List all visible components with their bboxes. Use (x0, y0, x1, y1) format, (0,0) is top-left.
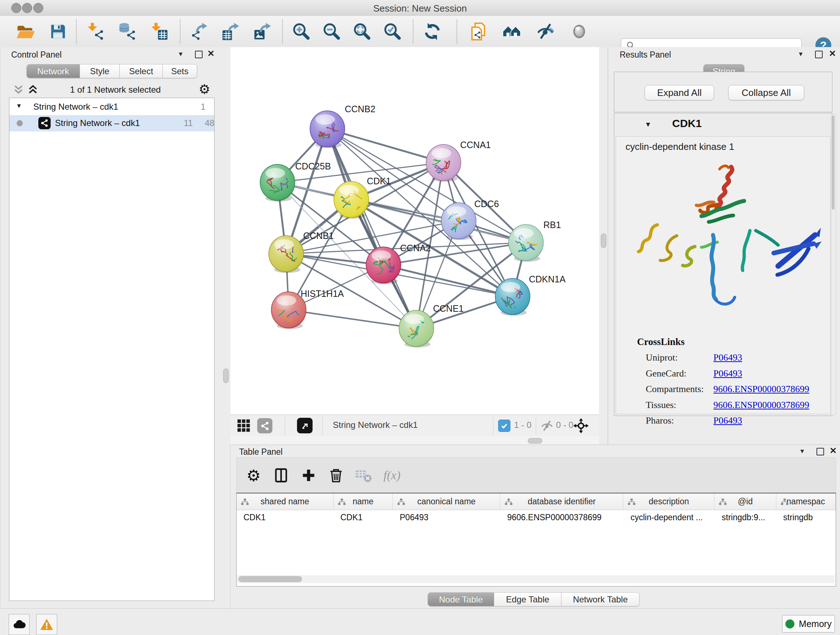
tab-network-table[interactable]: Network Table (561, 592, 639, 606)
node-CDK1[interactable] (334, 181, 369, 222)
crosslink-value-link[interactable]: 9606.ENSP00000378699 (714, 384, 809, 394)
network-row[interactable]: String Network – cdk1 11 48 (9, 115, 214, 131)
crosslink-value-link[interactable]: P06493 (714, 415, 742, 426)
import-network-button[interactable] (85, 21, 106, 42)
table-cell[interactable]: CDK1 (333, 510, 393, 524)
node-CCNE1[interactable] (393, 310, 434, 348)
hidden-eye-icon[interactable] (540, 419, 554, 432)
splitter-handle[interactable] (528, 438, 542, 443)
gear-icon[interactable]: ⚙ (199, 82, 210, 97)
create-column-button[interactable] (298, 465, 319, 486)
vertical-splitter[interactable] (599, 47, 608, 445)
collapse-section-icon[interactable]: ▼ (645, 120, 652, 128)
table-settings-button[interactable]: ⚙ (243, 465, 264, 486)
crosslink-value-link[interactable]: 9606.ENSP00000378699 (714, 400, 809, 410)
node-CDC25B[interactable] (260, 165, 295, 202)
table-cell[interactable]: stringdb (776, 510, 836, 524)
import-network-from-database-button[interactable] (117, 21, 137, 42)
network-collection-row[interactable]: ▼ String Network – cdk1 1 (9, 99, 214, 115)
tab-style[interactable]: Style (80, 64, 120, 78)
export-network-button[interactable] (189, 21, 210, 42)
delete-column-button[interactable] (325, 465, 347, 486)
table-cell[interactable]: 9606.ENSP00000378699 (500, 510, 624, 524)
edge-HIST1H1A-CCNE1[interactable] (289, 310, 416, 328)
tree-expand-icon[interactable]: ▼ (16, 103, 22, 110)
node-RB1[interactable] (508, 225, 550, 262)
panel-float-icon[interactable] (195, 51, 202, 58)
crosslink-value-link[interactable]: P06493 (714, 352, 742, 363)
fit-selected-crosshair-icon[interactable] (573, 417, 589, 434)
open-in-new-window-icon[interactable] (297, 418, 313, 433)
tab-network[interactable]: Network (27, 64, 80, 78)
zoom-in-button[interactable] (291, 21, 311, 42)
zoom-selected-button[interactable] (382, 21, 403, 42)
cloud-button[interactable] (9, 614, 30, 635)
warnings-button[interactable] (36, 614, 57, 635)
network-canvas[interactable]: CCNB2CCNA1CDC25BCDK1CDC6RB1CCNB1CCNA2CDK… (231, 47, 599, 415)
tab-sets[interactable]: Sets (163, 64, 197, 78)
node-label-CCNA1: CCNA1 (460, 140, 491, 150)
column-header-canonical-name[interactable]: canonical name (393, 494, 500, 510)
horizontal-splitter[interactable] (231, 436, 599, 445)
node-CCNA1[interactable] (426, 144, 461, 182)
node-CDC6[interactable] (441, 203, 476, 240)
scrollbar-thumb[interactable] (238, 576, 302, 582)
zoom-out-button[interactable] (322, 21, 342, 42)
column-label: description (649, 497, 689, 507)
memory-button[interactable]: Memory (782, 615, 835, 632)
column-header-shared-name[interactable]: shared name (237, 494, 333, 510)
tab-select[interactable]: Select (120, 64, 163, 78)
node-CCNA2[interactable] (366, 247, 401, 284)
panel-close-icon[interactable]: ✕ (829, 50, 836, 57)
zoom-fit-button[interactable] (352, 21, 372, 42)
column-header-namespac[interactable]: namespac (776, 494, 836, 510)
table-row[interactable]: CDK1CDK1P064939606.ENSP00000378699cyclin… (237, 510, 836, 524)
column-header-name[interactable]: name (333, 494, 393, 510)
table-cell[interactable]: P06493 (393, 510, 500, 524)
panel-menu-icon[interactable]: ▼ (799, 448, 805, 455)
crosslink-value-link[interactable]: P06493 (714, 368, 742, 379)
export-table-button[interactable] (221, 21, 241, 42)
table-cell[interactable]: stringdb:9... (715, 510, 776, 524)
save-session-button[interactable] (48, 21, 68, 42)
clone-network-button[interactable] (468, 21, 488, 42)
collapse-all-button[interactable]: Collapse All (728, 85, 804, 100)
export-image-button[interactable] (253, 21, 273, 42)
splitter-handle[interactable] (223, 369, 229, 383)
toolbar-separator (413, 19, 414, 43)
import-table-button[interactable] (149, 21, 169, 42)
panel-menu-icon[interactable]: ▼ (178, 51, 184, 58)
first-neighbors-button[interactable] (502, 21, 522, 42)
results-scrollbar[interactable] (831, 114, 836, 415)
panel-close-icon[interactable]: ✕ (207, 50, 215, 57)
node-CCNB1[interactable] (269, 236, 303, 273)
selected-checkbox-icon[interactable] (498, 420, 510, 432)
column-header-description[interactable]: description (623, 494, 714, 510)
node-CDKN1A[interactable] (495, 279, 531, 316)
column-header-database-identifier[interactable]: database identifier (500, 494, 624, 510)
refresh-button[interactable] (422, 21, 442, 42)
show-hidden-button[interactable] (569, 21, 589, 42)
delete-table-button[interactable] (353, 465, 374, 486)
scrollbar-thumb[interactable] (832, 116, 835, 210)
network-share-icon[interactable] (257, 418, 272, 433)
hide-selected-button[interactable] (535, 21, 556, 42)
panel-float-icon[interactable] (815, 51, 823, 58)
edge-CCNB2-CCNA1[interactable] (327, 129, 444, 163)
table-horizontal-scrollbar[interactable] (237, 575, 835, 583)
function-builder-button[interactable]: f(x) (381, 465, 403, 486)
memory-status-icon (785, 619, 794, 629)
open-session-button[interactable] (15, 21, 35, 42)
tab-node-table[interactable]: Node Table (428, 592, 494, 606)
panel-close-icon[interactable]: ✕ (829, 447, 837, 454)
birdseye-view-icon[interactable] (236, 418, 251, 433)
table-cell[interactable]: cyclin-dependent ... (624, 510, 715, 524)
expand-all-button[interactable]: Expand All (645, 85, 714, 100)
panel-float-icon[interactable] (816, 448, 824, 455)
tab-edge-table[interactable]: Edge Table (494, 592, 561, 606)
column-header-@id[interactable]: @id (714, 494, 776, 510)
show-columns-button[interactable] (271, 465, 292, 486)
table-cell[interactable]: CDK1 (237, 510, 333, 524)
splitter-handle[interactable] (601, 233, 606, 248)
panel-menu-icon[interactable]: ▼ (798, 51, 804, 58)
